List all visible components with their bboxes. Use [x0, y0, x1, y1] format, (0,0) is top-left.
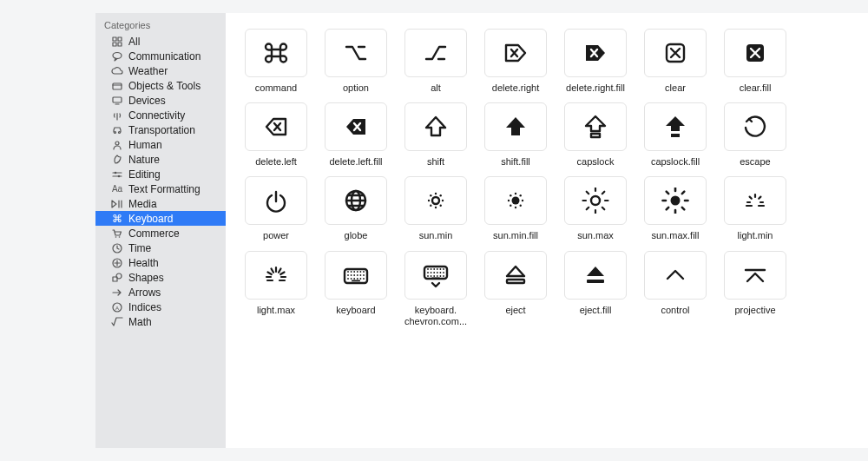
symbol-cell-control[interactable]: control	[641, 251, 710, 327]
svg-point-26	[432, 197, 439, 204]
symbol-cell-light-max[interactable]: light.max	[241, 251, 311, 327]
svg-point-35	[512, 197, 520, 205]
symbol-cell-shift-fill[interactable]: shift.fill	[481, 102, 550, 168]
symbol-cell-clear-fill[interactable]: clear.fill	[720, 29, 790, 94]
sidebar-item-text-formatting[interactable]: AaText Formatting	[95, 181, 226, 196]
svg-point-79	[347, 271, 349, 273]
control-icon	[644, 251, 707, 300]
symbol-cell-option[interactable]: option	[321, 29, 391, 94]
sun-max-fill-icon	[644, 176, 707, 225]
symbol-cell-escape[interactable]: escape	[720, 102, 790, 168]
symbol-cell-globe[interactable]: globe	[321, 176, 391, 241]
svg-rect-5	[113, 83, 122, 89]
symbol-label: alt	[400, 82, 471, 94]
svg-point-114	[437, 275, 438, 277]
option-icon	[325, 29, 387, 77]
svg-line-70	[268, 272, 272, 274]
sidebar-item-media[interactable]: Media	[95, 196, 226, 211]
sidebar-item-arrows[interactable]: Arrows	[95, 285, 226, 300]
sidebar-item-shapes[interactable]: Shapes	[95, 270, 226, 285]
svg-point-106	[431, 272, 432, 273]
symbol-cell-shift[interactable]: shift	[401, 102, 470, 168]
symbol-cell-eject-fill[interactable]: eject.fill	[561, 251, 630, 327]
symbol-label: sun.min.fill	[480, 230, 551, 241]
svg-line-71	[272, 268, 274, 272]
svg-point-110	[443, 272, 444, 273]
svg-point-107	[433, 272, 435, 273]
sun-min-icon	[404, 176, 467, 225]
cloud-icon	[111, 65, 123, 77]
symbol-cell-power[interactable]: power	[241, 176, 311, 241]
car-icon	[111, 124, 123, 136]
symbol-label: option	[320, 82, 391, 94]
sidebar-item-time[interactable]: Time	[95, 240, 226, 255]
sidebar-item-editing[interactable]: Editing	[95, 167, 226, 181]
svg-point-85	[347, 274, 349, 276]
symbol-cell-sun-max[interactable]: sun.max	[561, 176, 630, 241]
svg-rect-97	[352, 280, 360, 281]
symbol-grid-pane: commandoptionaltdelete.rightdelete.right…	[226, 13, 868, 448]
sidebar-item-communication[interactable]: Communication	[95, 49, 226, 63]
svg-point-40	[508, 200, 510, 201]
svg-point-34	[440, 194, 442, 196]
sidebar-item-label: Nature	[128, 154, 160, 166]
sidebar-item-objects-tools[interactable]: Objects & Tools	[95, 78, 226, 93]
symbol-cell-command[interactable]: command	[241, 29, 311, 94]
sidebar-item-human[interactable]: Human	[95, 137, 226, 152]
light-min-icon	[724, 176, 786, 225]
sidebar-item-weather[interactable]: Weather	[95, 63, 226, 78]
symbol-label: capslock	[560, 156, 631, 168]
symbol-label: delete.left.fill	[320, 156, 391, 168]
symbol-cell-keyboard[interactable]: keyboard	[321, 251, 391, 327]
symbol-label: control	[640, 305, 711, 316]
sidebar-item-connectivity[interactable]: Connectivity	[95, 108, 226, 122]
symbol-cell-delete-left[interactable]: delete.left	[241, 102, 311, 168]
symbol-cell-capslock[interactable]: capslock	[561, 102, 630, 168]
sidebar-item-label: Keyboard	[128, 213, 173, 225]
sidebar-item-label: Indices	[128, 301, 161, 313]
sidebar-item-label: Connectivity	[128, 109, 185, 122]
sidebar-item-label: Text Formatting	[128, 183, 201, 195]
sidebar-item-keyboard[interactable]: ⌘Keyboard	[95, 211, 226, 226]
symbol-label: sun.max	[560, 230, 631, 241]
symbol-cell-alt[interactable]: alt	[401, 29, 470, 94]
shift-icon	[404, 102, 467, 151]
symbol-cell-sun-min-fill[interactable]: sun.min.fill	[481, 176, 550, 241]
symbol-label: light.max	[240, 305, 312, 316]
alt-icon	[404, 29, 467, 77]
svg-line-61	[682, 192, 685, 194]
symbol-cell-delete-right[interactable]: delete.right	[481, 29, 550, 94]
symbol-cell-delete-left-fill[interactable]: delete.left.fill	[321, 102, 391, 168]
svg-point-12	[118, 175, 121, 177]
circleA-icon: A	[111, 301, 123, 313]
symbol-cell-eject[interactable]: eject	[481, 251, 550, 327]
sidebar-item-transportation[interactable]: Transportation	[95, 122, 226, 137]
symbol-cell-clear[interactable]: clear	[641, 29, 710, 94]
symbol-cell-light-min[interactable]: light.min	[720, 176, 790, 241]
sidebar-item-nature[interactable]: Nature	[95, 152, 226, 167]
person-icon	[111, 139, 123, 151]
svg-line-50	[587, 192, 589, 194]
symbol-cell-delete-right-fill[interactable]: delete.right.fill	[561, 29, 630, 94]
svg-rect-23	[671, 134, 680, 137]
svg-point-101	[433, 268, 435, 270]
sidebar-item-devices[interactable]: Devices	[95, 93, 226, 108]
symbol-cell-keyboard-chevron[interactable]: keyboard. chevron.com...	[401, 251, 470, 327]
sidebar-item-indices[interactable]: AIndices	[95, 300, 226, 314]
svg-point-41	[510, 194, 511, 196]
symbol-cell-projective[interactable]: projective	[720, 251, 790, 327]
sidebar-item-all[interactable]: All	[95, 34, 226, 49]
svg-point-42	[515, 193, 516, 194]
sidebar-item-health[interactable]: Health	[95, 255, 226, 270]
sidebar-header: Categories	[95, 18, 226, 34]
symbol-cell-capslock-fill[interactable]: capslock.fill	[641, 102, 710, 168]
symbol-cell-sun-min[interactable]: sun.min	[401, 176, 470, 241]
antenna-icon	[111, 109, 123, 122]
clear-icon	[644, 29, 707, 77]
svg-point-86	[351, 274, 352, 276]
svg-line-52	[602, 192, 605, 194]
sidebar-item-commerce[interactable]: Commerce	[95, 226, 226, 240]
sun-min-fill-icon	[484, 176, 547, 225]
sidebar-item-math[interactable]: Math	[95, 314, 226, 329]
symbol-cell-sun-max-fill[interactable]: sun.max.fill	[641, 176, 710, 241]
